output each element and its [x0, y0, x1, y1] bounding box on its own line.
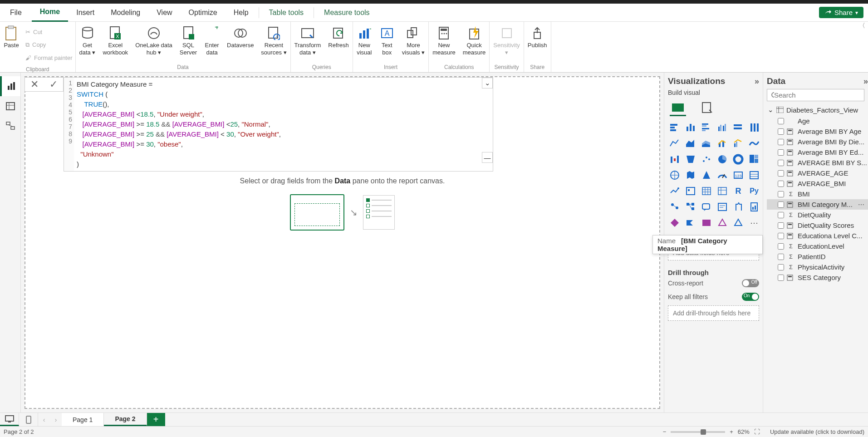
field-patientid[interactable]: ΣPatientID — [767, 251, 868, 262]
field-checkbox[interactable] — [778, 264, 784, 270]
viz-line[interactable] — [668, 137, 682, 150]
viz-donut[interactable] — [731, 152, 745, 166]
viz-stacked-bar[interactable] — [668, 121, 682, 134]
field-bmi-category-m-[interactable]: BMI Category M...⋯ — [767, 199, 868, 210]
field-checkbox[interactable] — [778, 254, 784, 260]
new-visual-button[interactable]: +Newvisual — [353, 25, 376, 57]
viz-stacked-column[interactable] — [684, 121, 697, 134]
report-view[interactable] — [0, 76, 20, 96]
field-physicalactivity[interactable]: ΣPhysicalActivity — [767, 262, 868, 272]
dataverse-button[interactable]: Dataverse — [223, 25, 257, 50]
field-average-bmi-by-s-[interactable]: AVERAGE BMI BY S... — [767, 157, 868, 168]
viz-custom1[interactable] — [700, 216, 713, 230]
field-ses-category[interactable]: SES Category — [767, 272, 868, 283]
viz-kpi[interactable] — [668, 184, 682, 198]
viz-table[interactable] — [700, 184, 713, 198]
field-educationlevel[interactable]: ΣEducationLevel — [767, 241, 868, 251]
get-data-button[interactable]: Getdata ▾ — [76, 25, 99, 57]
next-page[interactable]: › — [50, 413, 62, 426]
viz-gauge[interactable] — [716, 168, 729, 182]
report-canvas[interactable]: ✕ ✓ 123456789 BMI Category Measure = SWI… — [25, 76, 660, 409]
menu-file[interactable]: File — [0, 4, 32, 22]
viz-line-column[interactable] — [716, 137, 729, 150]
field-checkbox[interactable] — [778, 139, 784, 145]
formula-collapse[interactable]: ⌄ — [482, 78, 493, 88]
viz-pie[interactable] — [716, 152, 729, 166]
menu-view[interactable]: View — [148, 4, 180, 22]
field-checkbox[interactable] — [778, 243, 784, 250]
viz-area[interactable] — [684, 137, 697, 150]
viz-ribbon[interactable] — [747, 137, 761, 150]
viz-multirow-card[interactable] — [747, 168, 761, 182]
viz-qa[interactable] — [700, 200, 713, 214]
search-input[interactable] — [774, 91, 860, 99]
menu-home[interactable]: Home — [32, 4, 68, 22]
page-tab-2[interactable]: Page 2 — [104, 413, 147, 426]
cut-button[interactable]: ✂Cut — [25, 28, 73, 36]
viz-filled-map[interactable] — [684, 168, 697, 182]
field-educationa-level-c-[interactable]: Educationa Level C... — [767, 231, 868, 241]
format-visual-mode[interactable] — [699, 100, 715, 116]
zoom-slider[interactable] — [671, 431, 725, 433]
sql-server-button[interactable]: SQLServer — [176, 25, 201, 57]
field-bmi[interactable]: ΣBMI — [767, 189, 868, 199]
viz-decomp[interactable] — [684, 200, 697, 214]
viz-funnel[interactable] — [684, 152, 697, 166]
viz-scatter[interactable] — [700, 152, 713, 166]
paste-button[interactable]: Paste — [0, 25, 23, 50]
viz-stacked-area[interactable] — [700, 137, 713, 150]
data-collapse[interactable]: » — [863, 77, 868, 86]
enter-data-button[interactable]: +Enterdata — [201, 25, 223, 57]
viz-r[interactable]: R — [731, 184, 745, 198]
viz-collapse[interactable]: » — [755, 77, 759, 86]
sensitivity-button[interactable]: Sensitivity▾ — [490, 25, 524, 57]
field-average_bmi[interactable]: AVERAGE_BMI — [767, 178, 868, 189]
viz-key-influencers[interactable] — [668, 200, 682, 214]
desktop-layout[interactable] — [0, 413, 19, 426]
format-painter-button[interactable]: 🖌Format painter — [25, 54, 73, 62]
zoom-in[interactable]: + — [730, 428, 733, 435]
field-checkbox[interactable] — [778, 233, 784, 239]
data-view[interactable] — [0, 96, 20, 116]
viz-100-bar[interactable] — [731, 121, 745, 134]
viz-clustered-column[interactable] — [716, 121, 729, 134]
drillthrough-well[interactable]: Add drill-through fields here — [668, 305, 759, 321]
viz-line-clustered[interactable] — [731, 137, 745, 150]
menu-optimize[interactable]: Optimize — [181, 4, 226, 22]
viz-matrix[interactable] — [716, 184, 729, 198]
field-checkbox[interactable] — [778, 201, 784, 208]
mobile-layout[interactable] — [19, 413, 38, 426]
viz-python[interactable]: Py — [747, 184, 761, 198]
cross-report-toggle[interactable]: Off — [742, 279, 759, 287]
more-icon[interactable]: ⋯ — [858, 201, 864, 208]
onelake-hub-button[interactable]: OneLake datahub ▾ — [132, 25, 176, 57]
field-checkbox[interactable] — [778, 222, 784, 229]
viz-custom2[interactable] — [716, 216, 729, 230]
field-average-bmi-by-die-[interactable]: Average BMI By Die... — [767, 137, 868, 147]
formula-commit[interactable]: ✓ — [49, 79, 58, 90]
menu-table-tools[interactable]: Table tools — [261, 4, 312, 22]
refresh-button[interactable]: Refresh — [324, 25, 353, 50]
field-average-bmi-by-age[interactable]: Average BMI BY Age — [767, 126, 868, 137]
build-visual-mode[interactable] — [670, 100, 686, 116]
copy-button[interactable]: ⧉Copy — [25, 40, 73, 49]
field-checkbox[interactable] — [778, 170, 784, 177]
viz-slicer[interactable] — [684, 184, 697, 198]
field-checkbox[interactable] — [778, 149, 784, 156]
formula-cancel[interactable]: ✕ — [30, 79, 39, 90]
ribbon-collapse[interactable]: 〈 — [859, 22, 865, 30]
menu-modeling[interactable]: Modeling — [103, 4, 148, 22]
formula-minimize[interactable]: — — [482, 152, 493, 163]
menu-measure-tools[interactable]: Measure tools — [316, 4, 378, 22]
viz-azure-map[interactable] — [700, 168, 713, 182]
viz-custom3[interactable] — [731, 216, 745, 230]
viz-paginated[interactable] — [747, 200, 761, 214]
field-checkbox[interactable] — [778, 128, 784, 135]
viz-treemap[interactable] — [747, 152, 761, 166]
table-node[interactable]: ⌄ Diabetes_Factors_View — [767, 104, 868, 116]
text-box-button[interactable]: ATextbox — [376, 25, 398, 57]
recent-sources-button[interactable]: Recentsources ▾ — [257, 25, 290, 57]
share-button[interactable]: Share▾ — [819, 7, 863, 18]
field-checkbox[interactable] — [778, 181, 784, 187]
formula-editor[interactable]: 123456789 BMI Category Measure = SWITCH … — [64, 77, 493, 172]
